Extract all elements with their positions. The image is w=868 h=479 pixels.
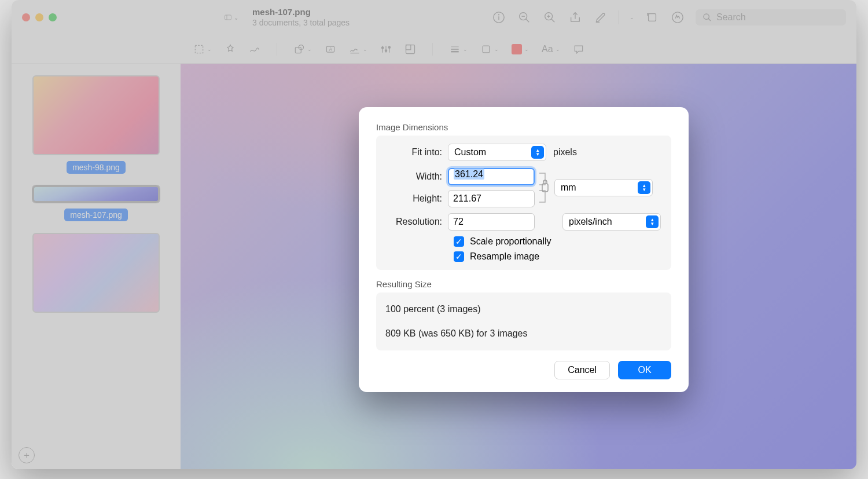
resulting-size-section: 100 percent (3 images) 809 KB (was 650 K… [376,292,671,350]
adjust-size-dialog: Image Dimensions Fit into: Custom pixels… [359,107,689,392]
ok-button[interactable]: OK [618,361,671,379]
height-input[interactable]: 211.67 [448,190,535,207]
height-label: Height: [385,193,448,204]
resolution-input[interactable]: 72 [448,213,535,231]
dimension-unit-select[interactable]: mm [554,179,653,196]
dimensions-section: Fit into: Custom pixels Width: 361.24 He… [376,136,671,270]
select-caret-icon [646,215,659,228]
resolution-unit-select[interactable]: pixels/inch [562,213,661,231]
scale-label: Scale proportionally [470,236,551,247]
section-title: Resulting Size [376,279,671,289]
select-caret-icon [531,146,544,159]
width-label: Width: [385,171,448,182]
fit-into-value: Custom [454,147,486,158]
width-input[interactable]: 361.24 [448,168,535,185]
result-percent: 100 percent (3 images) [385,304,662,315]
cancel-button[interactable]: Cancel [554,361,610,379]
dimension-unit-value: mm [561,182,576,193]
select-caret-icon [638,181,650,194]
fit-into-unit: pixels [553,147,577,158]
resample-label: Resample image [470,251,539,262]
fit-into-label: Fit into: [385,147,448,158]
checkbox-checked-icon: ✓ [454,236,464,247]
fit-into-select[interactable]: Custom [448,144,546,161]
section-title: Image Dimensions [376,122,671,132]
resolution-unit-value: pixels/inch [569,217,612,227]
result-filesize: 809 KB (was 650 KB) for 3 images [385,328,662,339]
lock-aspect-button[interactable] [535,169,554,207]
resolution-label: Resolution: [385,217,448,227]
app-window: ⌄ mesh-107.png 3 documents, 3 total page… [12,0,856,469]
resample-image-checkbox[interactable]: ✓ Resample image [454,251,662,262]
scale-proportionally-checkbox[interactable]: ✓ Scale proportionally [454,236,662,247]
checkbox-checked-icon: ✓ [454,251,464,262]
